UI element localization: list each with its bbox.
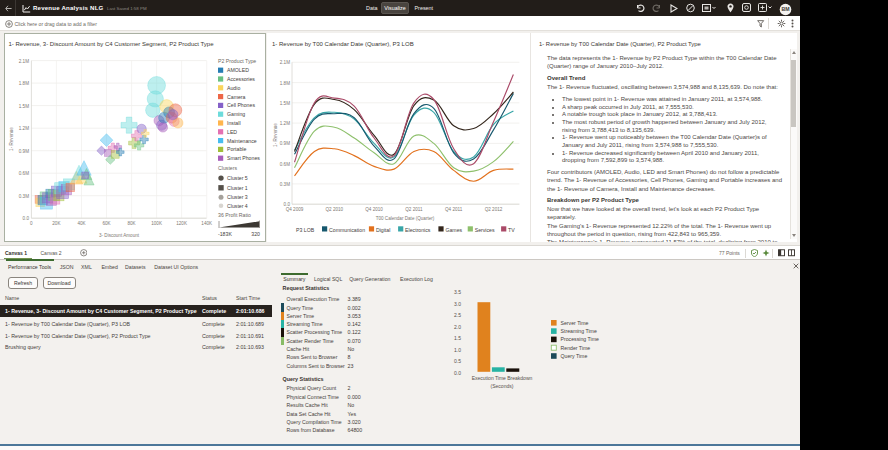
svg-text:0.6M: 0.6M	[19, 171, 29, 176]
svg-text:Server Time: Server Time	[561, 320, 589, 326]
svg-text:1- Revenue: 1- Revenue	[9, 127, 14, 151]
svg-text:P2 Product Type: P2 Product Type	[218, 58, 256, 64]
svg-text:Electronics: Electronics	[405, 227, 431, 233]
svg-text:0.9M: 0.9M	[280, 141, 290, 146]
svg-text:80K: 80K	[128, 221, 137, 226]
svg-text:Q2 2012: Q2 2012	[485, 207, 503, 212]
svg-text:0.9M: 0.9M	[19, 149, 29, 154]
svg-text:1.5: 1.5	[454, 335, 461, 341]
svg-text:Smart Phones: Smart Phones	[227, 155, 260, 161]
svg-text:Camera: Camera	[227, 94, 246, 100]
svg-text:1.5M: 1.5M	[280, 101, 290, 106]
svg-text:Cluster 4: Cluster 4	[227, 203, 248, 209]
svg-text:0.3M: 0.3M	[19, 194, 29, 199]
svg-text:AMOLED: AMOLED	[227, 67, 249, 73]
svg-text:Q2 2011: Q2 2011	[405, 207, 423, 212]
svg-text:60K: 60K	[102, 221, 111, 226]
svg-text:Clusters: Clusters	[218, 165, 237, 171]
svg-text:Cluster 3: Cluster 3	[227, 194, 248, 200]
svg-text:Digital: Digital	[376, 227, 390, 233]
svg-text:1.8M: 1.8M	[280, 81, 290, 86]
svg-text:3.0: 3.0	[454, 301, 461, 307]
svg-text:1- Revenue: 1- Revenue	[273, 123, 278, 147]
svg-text:Accessories: Accessories	[227, 76, 255, 82]
svg-text:0: 0	[30, 221, 33, 226]
svg-text:Communication: Communication	[329, 227, 365, 233]
svg-text:Gaming: Gaming	[227, 111, 245, 117]
svg-text:Cluster 5: Cluster 5	[227, 175, 248, 181]
svg-text:1- Revenue, 3- Discount Amount: 1- Revenue, 3- Discount Amount by C4 Cus…	[9, 41, 215, 47]
svg-text:2.1M: 2.1M	[280, 60, 290, 65]
svg-text:Games: Games	[445, 227, 462, 233]
svg-text:0.0: 0.0	[23, 216, 30, 221]
svg-text:2.5: 2.5	[454, 312, 461, 318]
svg-text:40K: 40K	[77, 221, 86, 226]
svg-text:Execution Time Breakdown: Execution Time Breakdown	[472, 375, 533, 381]
svg-text:0.0: 0.0	[454, 370, 461, 376]
svg-text:1.0: 1.0	[454, 347, 461, 353]
svg-text:Audio: Audio	[227, 85, 240, 91]
svg-text:1.2M: 1.2M	[19, 126, 29, 131]
svg-text:-183K: -183K	[218, 231, 232, 237]
svg-text:Q4 2010: Q4 2010	[365, 207, 383, 212]
svg-text:100K: 100K	[151, 221, 163, 226]
svg-text:36 Profit Ratio: 36 Profit Ratio	[218, 212, 251, 218]
svg-text:(Seconds): (Seconds)	[491, 383, 514, 389]
svg-text:P3 LOB: P3 LOB	[296, 227, 315, 233]
svg-text:140K: 140K	[201, 221, 213, 226]
svg-text:Cell Phones: Cell Phones	[227, 102, 255, 108]
svg-text:TV: TV	[508, 227, 515, 233]
svg-text:Install: Install	[227, 120, 241, 126]
svg-text:T00 Calendar Date (Quarter): T00 Calendar Date (Quarter)	[376, 216, 435, 221]
svg-text:Processing Time: Processing Time	[561, 336, 599, 342]
svg-text:1- Revenue by T00 Calendar Dat: 1- Revenue by T00 Calendar Date (Quarter…	[272, 41, 414, 47]
svg-text:Q2 2010: Q2 2010	[325, 207, 343, 212]
svg-text:LED: LED	[227, 129, 237, 135]
svg-text:Q4 2009: Q4 2009	[286, 207, 304, 212]
svg-text:0.3M: 0.3M	[280, 182, 290, 187]
svg-text:20K: 20K	[52, 221, 61, 226]
svg-text:Query Time: Query Time	[561, 353, 588, 359]
svg-text:1.8M: 1.8M	[19, 81, 29, 86]
svg-text:3.5: 3.5	[454, 289, 461, 295]
svg-text:Portable: Portable	[227, 146, 246, 152]
svg-text:Cluster 1: Cluster 1	[227, 185, 248, 191]
svg-text:0.6M: 0.6M	[280, 162, 290, 167]
svg-text:120K: 120K	[176, 221, 188, 226]
svg-text:Streaming Time: Streaming Time	[561, 328, 597, 334]
svg-text:Render Time: Render Time	[561, 345, 591, 351]
svg-text:3- Discount Amount: 3- Discount Amount	[99, 233, 140, 238]
svg-text:1.5M: 1.5M	[19, 104, 29, 109]
svg-text:0.5: 0.5	[454, 358, 461, 364]
svg-text:2.0: 2.0	[454, 324, 461, 330]
svg-text:1.2M: 1.2M	[280, 121, 290, 126]
svg-text:Services: Services	[475, 227, 495, 233]
svg-text:320: 320	[251, 231, 260, 237]
svg-text:Maintenance: Maintenance	[227, 138, 257, 144]
svg-text:Q4 2011: Q4 2011	[445, 207, 463, 212]
svg-text:BM: BM	[781, 6, 789, 12]
svg-text:2.1M: 2.1M	[19, 59, 29, 64]
